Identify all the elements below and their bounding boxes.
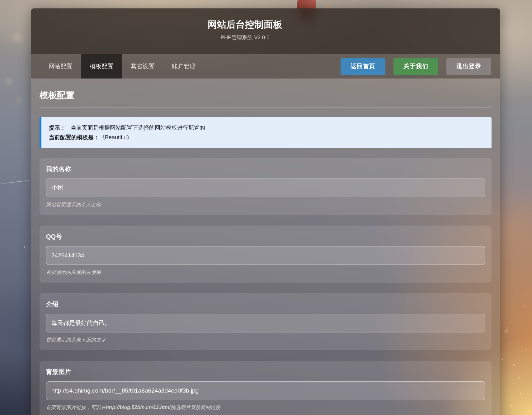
admin-panel: 网站后台控制面板 PHP管理系统 V2.0.0 网站配置 模板配置 其它设置 账… xyxy=(31,8,500,415)
alert-template-label: 当前配置的模板是： xyxy=(49,134,99,141)
panel-header: 网站后台控制面板 PHP管理系统 V2.0.0 xyxy=(31,8,500,54)
content-area: 模板配置 提示：当前页面是根据网站配置下选择的网站模板进行配置的 当前配置的模板… xyxy=(31,79,500,415)
intro-input[interactable] xyxy=(46,314,485,332)
tab-account-management[interactable]: 账户管理 xyxy=(163,54,204,79)
my-name-input[interactable] xyxy=(46,179,485,197)
field-label: 介绍 xyxy=(46,301,485,308)
tab-site-config[interactable]: 网站配置 xyxy=(40,54,81,79)
help-text: 首页显示的头像下面的文字 xyxy=(46,337,106,342)
help-link-text: http://blog.52bin.cn/13.html xyxy=(106,405,171,410)
field-help: 网站首页显示的个人名称 xyxy=(46,202,485,208)
help-text-suffix: 挑选图片直接复制链接 xyxy=(171,405,220,410)
about-us-button[interactable]: 关于我们 xyxy=(393,58,438,75)
field-label: 我的名称 xyxy=(46,165,485,172)
nav-actions: 返回首页 关于我们 退出登录 xyxy=(341,54,491,79)
help-text: 首页显示的头像图片使用 xyxy=(46,270,101,275)
field-label: QQ号 xyxy=(46,233,485,240)
form-card-intro: 介绍 首页显示的头像下面的文字 xyxy=(40,293,492,350)
app-title: 网站后台控制面板 xyxy=(31,19,459,30)
help-text: 网站首页显示的个人名称 xyxy=(46,202,101,207)
section-title: 模板配置 xyxy=(40,90,492,100)
field-help: 首页显示的头像图片使用 xyxy=(46,269,485,275)
alert-tip-label: 提示： xyxy=(49,125,66,131)
form-card-background-image: 背景图片 首页背景图片链接，可以在http://blog.52bin.cn/13… xyxy=(40,361,492,415)
background-image-input[interactable] xyxy=(46,381,485,400)
tab-template-config[interactable]: 模板配置 xyxy=(81,54,122,79)
form-card-qq-number: QQ号 首页显示的头像图片使用 xyxy=(40,226,492,283)
help-text: 首页背景图片链接，可以在 xyxy=(46,405,106,410)
back-home-button[interactable]: 返回首页 xyxy=(341,58,385,75)
header-inner: 网站后台控制面板 PHP管理系统 V2.0.0 xyxy=(31,8,459,41)
alert-line-1: 提示：当前页面是根据网站配置下选择的网站模板进行配置的 xyxy=(49,123,484,133)
field-label: 背景图片 xyxy=(46,368,485,375)
qq-number-input[interactable] xyxy=(46,246,485,265)
form-card-my-name: 我的名称 网站首页显示的个人名称 xyxy=(40,158,492,215)
navbar: 网站配置 模板配置 其它设置 账户管理 返回首页 关于我们 退出登录 xyxy=(31,54,500,79)
info-alert: 提示：当前页面是根据网站配置下选择的网站模板进行配置的 当前配置的模板是：《Be… xyxy=(40,117,492,148)
tab-other-settings[interactable]: 其它设置 xyxy=(122,54,163,79)
alert-template-value: 《Beautiful》 xyxy=(99,134,132,141)
field-help: 首页显示的头像下面的文字 xyxy=(46,337,485,343)
alert-tip-text: 当前页面是根据网站配置下选择的网站模板进行配置的 xyxy=(71,125,205,131)
field-help: 首页背景图片链接，可以在http://blog.52bin.cn/13.html… xyxy=(46,404,485,410)
alert-line-2: 当前配置的模板是：《Beautiful》 xyxy=(49,133,484,142)
app-subtitle: PHP管理系统 V2.0.0 xyxy=(31,35,459,41)
fire-embers xyxy=(0,0,1,1)
divider xyxy=(40,107,492,107)
logout-button[interactable]: 退出登录 xyxy=(446,58,491,75)
